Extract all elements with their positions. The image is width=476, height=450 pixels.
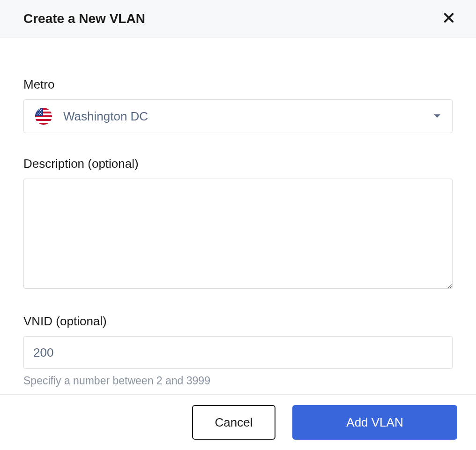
metro-select[interactable]: Washington DC	[23, 99, 453, 133]
svg-point-12	[38, 110, 39, 111]
svg-point-18	[40, 113, 41, 114]
description-group: Description (optional)	[23, 157, 453, 291]
svg-point-16	[41, 112, 42, 112]
svg-point-11	[41, 109, 42, 110]
svg-point-13	[40, 110, 41, 111]
metro-label: Metro	[23, 77, 453, 92]
vnid-input[interactable]	[23, 336, 453, 369]
cancel-button[interactable]: Cancel	[192, 405, 275, 440]
modal-footer: Cancel Add VLAN	[0, 394, 476, 450]
add-vlan-button[interactable]: Add VLAN	[292, 405, 457, 440]
svg-point-21	[41, 114, 42, 115]
vnid-label: VNID (optional)	[23, 314, 453, 329]
chevron-down-icon	[433, 112, 441, 120]
description-label: Description (optional)	[23, 157, 453, 171]
vnid-helper: Specifiy a number between 2 and 3999	[23, 375, 453, 387]
modal-title: Create a New VLAN	[23, 11, 145, 26]
svg-point-20	[39, 114, 40, 115]
svg-point-17	[38, 113, 39, 114]
svg-point-10	[39, 109, 40, 110]
vnid-group: VNID (optional) Specifiy a number betwee…	[23, 314, 453, 387]
svg-point-9	[37, 109, 37, 110]
metro-group: Metro	[23, 77, 453, 133]
modal-header: Create a New VLAN	[0, 0, 476, 38]
us-flag-icon	[35, 108, 52, 125]
svg-point-14	[37, 112, 37, 112]
svg-point-19	[37, 114, 37, 115]
modal-body: Metro	[0, 38, 476, 394]
description-input[interactable]	[23, 179, 453, 289]
close-icon	[442, 11, 455, 26]
svg-rect-7	[35, 123, 52, 125]
create-vlan-modal: Create a New VLAN Metro	[0, 0, 476, 450]
svg-rect-6	[35, 119, 52, 121]
close-button[interactable]	[440, 9, 457, 28]
svg-point-15	[39, 112, 40, 112]
metro-value: Washington DC	[63, 109, 433, 124]
